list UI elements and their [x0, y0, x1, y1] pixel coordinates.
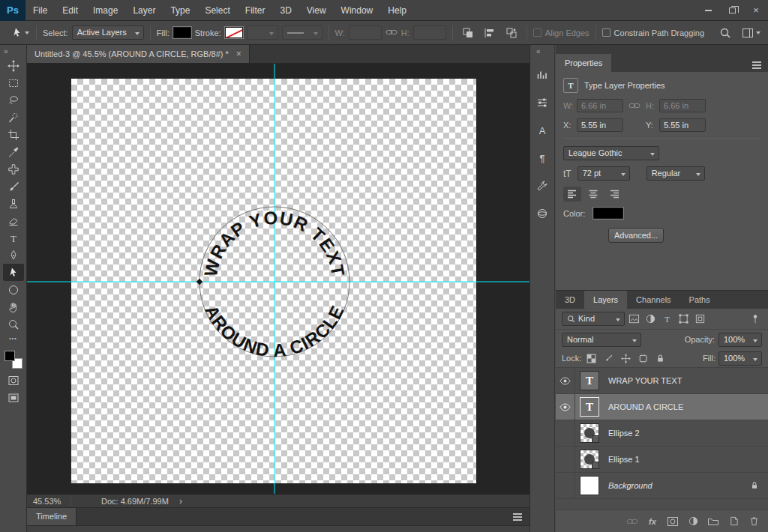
new-adjustment-layer-button[interactable]	[686, 515, 700, 528]
layer-filter-dropdown[interactable]: Kind	[562, 312, 625, 326]
zoom-tool[interactable]	[3, 315, 24, 333]
width-field[interactable]	[349, 25, 382, 40]
canvas-area[interactable]: WRAP YOUR TEXT AROUND A CIRCLE	[27, 64, 530, 494]
menu-edit[interactable]: Edit	[55, 0, 86, 21]
crop-tool[interactable]	[3, 126, 24, 143]
libraries-panel-button[interactable]	[532, 204, 552, 223]
tab-3d[interactable]: 3D	[556, 291, 584, 309]
filter-shape-layers-button[interactable]	[676, 312, 691, 326]
layer-row-ellipse-2[interactable]: Ellipse 2	[556, 420, 768, 447]
visibility-toggle[interactable]	[556, 447, 575, 472]
layer-name[interactable]: Ellipse 1	[608, 455, 640, 464]
layer-row-wrap-your-text[interactable]: T WRAP YOUR TEXT	[556, 368, 768, 394]
constrain-path-dragging-checkbox[interactable]	[602, 28, 610, 37]
paragraph-panel-button[interactable]: ¶	[532, 148, 552, 168]
ellipse-tool[interactable]	[3, 281, 24, 298]
expand-tools-icon[interactable]: »	[0, 45, 26, 57]
zoom-level-field[interactable]: 45.53%	[27, 497, 70, 506]
align-edges-checkbox[interactable]	[533, 28, 542, 37]
close-button[interactable]: ×	[744, 0, 768, 21]
eyedropper-tool[interactable]	[3, 143, 24, 160]
clone-stamp-tool[interactable]	[3, 195, 24, 212]
fill-swatch[interactable]	[173, 27, 191, 38]
properties-menu-icon[interactable]	[752, 64, 761, 66]
menu-type[interactable]: Type	[163, 0, 197, 21]
filter-toggle-switch[interactable]	[748, 312, 762, 326]
pen-tool[interactable]	[3, 247, 24, 264]
restore-button[interactable]	[720, 0, 744, 21]
visibility-toggle[interactable]	[556, 368, 575, 393]
tab-layers[interactable]: Layers	[584, 291, 627, 309]
hand-tool[interactable]	[3, 298, 24, 315]
layer-row-around-a-circle[interactable]: T AROUND A CIRCLE	[556, 394, 768, 420]
select-mode-dropdown[interactable]: Active Layers	[72, 25, 144, 40]
filter-smart-objects-button[interactable]	[693, 312, 707, 326]
spot-healing-brush-tool[interactable]	[3, 160, 24, 178]
workspace-switcher[interactable]	[738, 25, 764, 41]
tab-close-icon[interactable]: ×	[236, 49, 242, 59]
path-arrangement-button[interactable]	[502, 25, 520, 41]
edit-toolbar-button[interactable]: •••	[0, 333, 26, 345]
path-operations-button[interactable]	[459, 25, 477, 41]
lock-all-button[interactable]	[653, 351, 668, 366]
document-tab[interactable]: Untitled-3 @ 45.5% (AROUND A CIRCLE, RGB…	[27, 45, 250, 63]
lock-position-button[interactable]	[619, 351, 633, 366]
layer-row-background[interactable]: Background	[556, 473, 768, 499]
filter-type-layers-button[interactable]: T	[660, 312, 674, 326]
foreground-color-swatch[interactable]	[4, 351, 15, 361]
new-layer-button[interactable]	[727, 515, 740, 528]
prop-x-field[interactable]: 5.55 in	[577, 118, 623, 132]
move-tool[interactable]	[3, 57, 24, 74]
adjustments-panel-button[interactable]	[532, 93, 552, 112]
align-right-button[interactable]	[605, 187, 623, 202]
type-tool[interactable]: T	[3, 229, 24, 247]
menu-file[interactable]: File	[26, 0, 55, 21]
layer-row-ellipse-1[interactable]: Ellipse 1	[556, 447, 768, 473]
lock-pixels-button[interactable]	[602, 351, 616, 366]
minimize-button[interactable]	[696, 0, 720, 21]
stroke-width-dropdown[interactable]	[247, 25, 278, 40]
layer-thumbnail[interactable]: T	[580, 397, 599, 417]
visibility-toggle[interactable]	[556, 473, 575, 498]
font-size-dropdown[interactable]: 72 pt	[578, 166, 630, 181]
menu-filter[interactable]: Filter	[238, 0, 273, 21]
layer-thumbnail[interactable]	[580, 476, 599, 495]
wh-link-icon[interactable]	[386, 27, 398, 39]
stroke-style-dropdown[interactable]	[282, 25, 322, 40]
layer-name[interactable]: WRAP YOUR TEXT	[608, 376, 682, 385]
menu-help[interactable]: Help	[380, 0, 414, 21]
tool-preset-button[interactable]	[4, 24, 30, 42]
prop-height-field[interactable]: 6.66 in	[659, 99, 706, 112]
document-size-status[interactable]: Doc: 4.69M/7.99M	[71, 497, 179, 506]
tab-properties[interactable]: Properties	[556, 54, 611, 72]
menu-window[interactable]: Window	[334, 0, 381, 21]
search-button[interactable]	[716, 25, 734, 41]
font-family-dropdown[interactable]: League Gothic	[563, 146, 659, 160]
menu-layer[interactable]: Layer	[125, 0, 163, 21]
layer-name[interactable]: Background	[608, 481, 652, 490]
text-color-swatch[interactable]	[593, 208, 623, 219]
layer-name[interactable]: AROUND A CIRCLE	[608, 402, 683, 411]
path-selection-tool[interactable]	[3, 264, 24, 281]
tab-channels[interactable]: Channels	[627, 291, 680, 309]
quick-selection-tool[interactable]	[3, 109, 24, 126]
lasso-tool[interactable]	[3, 91, 24, 109]
blend-mode-dropdown[interactable]: Normal	[562, 333, 641, 347]
align-center-button[interactable]	[584, 187, 602, 202]
quick-mask-button[interactable]	[3, 372, 24, 389]
lock-artboard-button[interactable]	[636, 351, 650, 366]
prop-width-field[interactable]: 6.66 in	[577, 99, 623, 112]
stroke-swatch[interactable]	[225, 27, 243, 38]
menu-image[interactable]: Image	[86, 0, 125, 21]
status-menu-arrow-icon[interactable]: ›	[179, 496, 182, 507]
layer-style-button[interactable]: fx	[646, 515, 659, 528]
filter-adjustment-layers-button[interactable]	[644, 312, 658, 326]
filter-pixel-layers-button[interactable]	[627, 312, 641, 326]
eraser-tool[interactable]	[3, 212, 24, 229]
advanced-button[interactable]: Advanced...	[608, 228, 664, 243]
histogram-panel-button[interactable]	[532, 65, 552, 85]
foreground-background-swatches[interactable]	[4, 351, 22, 369]
opacity-dropdown[interactable]: 100%	[718, 333, 762, 347]
delete-layer-button[interactable]	[747, 515, 760, 528]
link-layers-button[interactable]	[626, 515, 639, 528]
